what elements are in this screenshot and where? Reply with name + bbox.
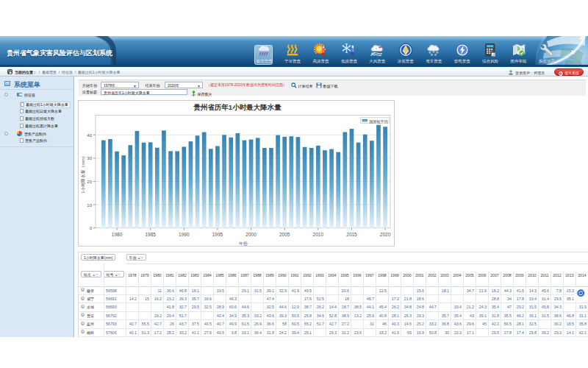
svg-text:1985: 1985 <box>145 232 156 237</box>
svg-text:1980: 1980 <box>112 232 123 237</box>
svg-text:30: 30 <box>87 156 92 160</box>
svg-text:1990: 1990 <box>179 232 190 237</box>
svg-text:年份: 年份 <box>239 241 248 247</box>
svg-text:2005: 2005 <box>279 232 290 237</box>
svg-text:❄: ❄ <box>434 53 437 57</box>
svg-text:40: 40 <box>87 133 92 138</box>
svg-text:2010: 2010 <box>313 232 324 237</box>
svg-text:0: 0 <box>90 226 93 230</box>
svg-text:1995: 1995 <box>212 232 223 237</box>
svg-text:贵州省历年1小时最大降水量: 贵州省历年1小时最大降水量 <box>193 103 282 111</box>
svg-text:2020: 2020 <box>380 232 391 237</box>
svg-text:1小时降水量（mm）: 1小时降水量（mm） <box>80 154 85 193</box>
svg-text:❄: ❄ <box>431 53 434 57</box>
svg-text:2000: 2000 <box>245 232 257 237</box>
svg-text:20: 20 <box>87 180 92 184</box>
svg-text:国家站平均: 国家站平均 <box>370 119 388 124</box>
svg-text:10: 10 <box>87 203 92 208</box>
svg-text:2015: 2015 <box>346 232 357 237</box>
